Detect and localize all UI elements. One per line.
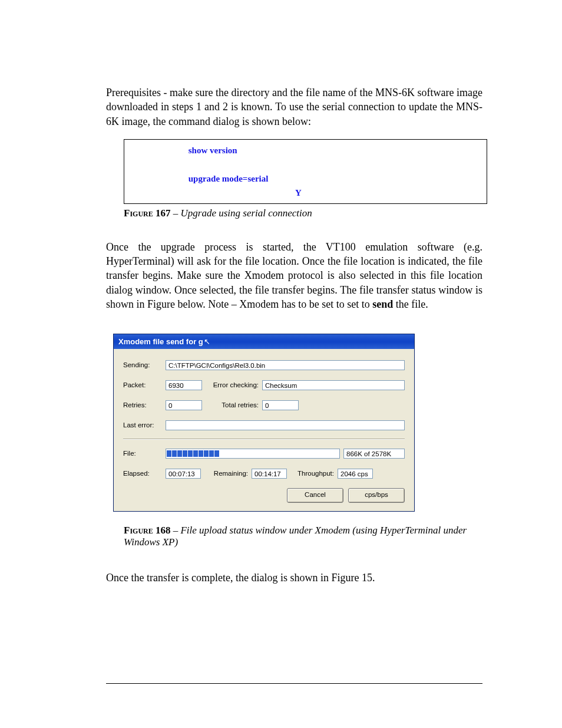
file-info-field: 866K of 2578K (343, 449, 405, 459)
throughput-field: 2046 cps (338, 469, 373, 479)
sending-field: C:\TFTP\GCI\Configs\Rel3.0.bin (166, 360, 405, 370)
file-label: File: (123, 450, 166, 457)
cmd-confirm-y: Y (295, 188, 302, 197)
total-retries-label: Total retries: (202, 401, 262, 409)
cmd-upgrade-serial: upgrade mode=serial (189, 174, 269, 183)
elapsed-field: 00:07:13 (166, 469, 201, 479)
cmd-show-version: show version (189, 146, 237, 155)
error-checking-field: Checksum (262, 380, 405, 390)
footer-rule (106, 683, 482, 684)
cancel-button[interactable]: Cancel (287, 488, 343, 503)
last-error-field (166, 420, 405, 430)
figure-168-caption: Figure 168 – File upload status window u… (124, 525, 477, 548)
error-checking-label: Error checking: (202, 381, 262, 388)
last-error-label: Last error: (123, 421, 166, 429)
sending-label: Sending: (123, 361, 166, 368)
paragraph-prereq: Prerequisites - make sure the directory … (106, 85, 482, 129)
dialog-titlebar: Xmodem file send for g↖ (114, 334, 414, 349)
cursor-icon: ↖ (204, 337, 210, 346)
remaining-field: 00:14:17 (252, 469, 287, 479)
packet-label: Packet: (123, 381, 166, 388)
file-progress-bar (166, 449, 340, 459)
retries-label: Retries: (123, 401, 166, 409)
command-box: Magnum6K25# show version Build 3.0 May 5… (124, 139, 487, 204)
packet-field: 6930 (166, 380, 202, 390)
paragraph-upgrade-process: Once the upgrade process is started, the… (106, 240, 482, 311)
elapsed-label: Elapsed: (123, 470, 166, 477)
retries-field: 0 (166, 400, 202, 410)
total-retries-field: 0 (262, 400, 299, 410)
paragraph-transfer-complete: Once the transfer is complete, the dialo… (106, 571, 482, 585)
xmodem-dialog: Xmodem file send for g↖ Sending: C:\TFTP… (113, 334, 415, 512)
throughput-label: Throughput: (287, 470, 338, 477)
cps-bps-button[interactable]: cps/bps (348, 488, 405, 503)
figure-167-caption: Figure 167 – Upgrade using serial connec… (124, 207, 482, 219)
remaining-label: Remaining: (201, 470, 252, 477)
